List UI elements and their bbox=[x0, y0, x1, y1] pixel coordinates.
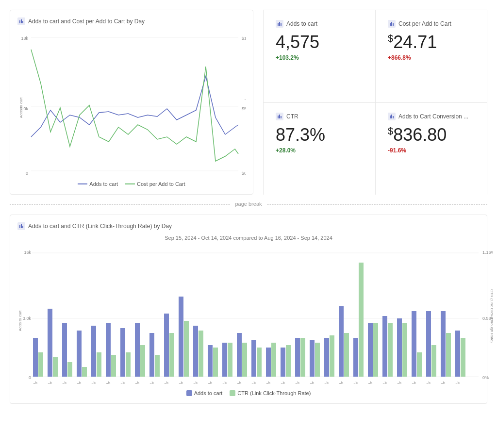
svg-rect-75 bbox=[251, 340, 256, 377]
svg-rect-93 bbox=[382, 316, 387, 377]
svg-text:Oct 4, 2024: Oct 4, 2024 bbox=[167, 381, 184, 384]
bar-chart-container: 16k 3.0k 0 1.16% 0.58% 0% Adds to cart C… bbox=[17, 248, 480, 385]
legend-box-green bbox=[230, 390, 235, 396]
svg-rect-49 bbox=[62, 323, 67, 377]
svg-rect-32 bbox=[21, 224, 22, 228]
metric-cost-label: Cost per Add to Cart bbox=[398, 20, 451, 27]
svg-rect-95 bbox=[397, 318, 402, 377]
svg-text:Oct 14, 2024: Oct 14, 2024 bbox=[20, 381, 39, 384]
legend-box-blue bbox=[186, 390, 192, 396]
svg-rect-67 bbox=[193, 326, 198, 377]
svg-text:Oct 6, 2024: Oct 6, 2024 bbox=[138, 381, 155, 384]
svg-rect-66 bbox=[184, 321, 189, 377]
svg-rect-54 bbox=[97, 352, 101, 377]
svg-text:Oct 5, 2024: Oct 5, 2024 bbox=[152, 381, 170, 384]
metric-ctr: CTR 87.3% +28.0% bbox=[263, 102, 375, 195]
metric-ctr-icon bbox=[276, 113, 283, 120]
svg-rect-21 bbox=[281, 23, 282, 26]
line-chart-container: 18k 9.0k 0 $10 $5.0 $0.0 bbox=[17, 30, 246, 177]
bottom-legend-ctr: CTR (Link Click-Through Rate) bbox=[230, 390, 311, 396]
svg-rect-84 bbox=[315, 343, 320, 377]
svg-text:16k: 16k bbox=[24, 250, 31, 255]
svg-text:$0.0: $0.0 bbox=[242, 171, 246, 176]
svg-rect-102 bbox=[446, 333, 451, 377]
svg-rect-47 bbox=[48, 309, 52, 377]
chart-icon bbox=[17, 17, 25, 25]
svg-text:18k: 18k bbox=[21, 36, 28, 41]
svg-text:CTR (Link Click-Through Rate): CTR (Link Click-Through Rate) bbox=[490, 289, 493, 343]
svg-rect-97 bbox=[412, 311, 416, 377]
svg-rect-52 bbox=[82, 367, 87, 377]
svg-rect-57 bbox=[120, 328, 125, 377]
bottom-chart-panel: Adds to cart and CTR (Link Click-Through… bbox=[10, 215, 487, 404]
svg-rect-51 bbox=[77, 331, 82, 377]
metric-adds-value: 4,575 bbox=[276, 32, 363, 52]
svg-rect-72 bbox=[228, 343, 232, 377]
metric-ctr-value: 87.3% bbox=[276, 124, 363, 145]
svg-rect-103 bbox=[455, 331, 460, 377]
metric-adds-to-cart: Adds to cart 4,575 +103.2% bbox=[263, 10, 375, 102]
metric-cost-header: Cost per Add to Cart bbox=[388, 20, 475, 28]
svg-rect-68 bbox=[199, 331, 203, 377]
svg-text:0%: 0% bbox=[482, 375, 489, 380]
svg-rect-78 bbox=[271, 343, 276, 377]
svg-rect-81 bbox=[295, 338, 300, 377]
svg-rect-71 bbox=[222, 343, 227, 377]
bar-chart-svg: 16k 3.0k 0 1.16% 0.58% 0% Adds to cart C… bbox=[17, 248, 493, 384]
metric-cost-icon bbox=[388, 20, 396, 28]
svg-rect-62 bbox=[155, 355, 160, 377]
line-chart-legend: Adds to cart Cost per Add to Cart bbox=[17, 181, 246, 187]
svg-rect-0 bbox=[19, 20, 20, 23]
svg-text:0: 0 bbox=[26, 171, 28, 176]
svg-rect-96 bbox=[402, 323, 407, 377]
metric-conversion-header: Adds to Cart Conversion ... bbox=[388, 113, 475, 120]
svg-rect-60 bbox=[140, 345, 145, 377]
svg-text:Adds to cart: Adds to cart bbox=[18, 310, 22, 331]
metric-adds-change: +103.2% bbox=[276, 54, 363, 61]
svg-rect-1 bbox=[21, 19, 22, 23]
svg-rect-30 bbox=[393, 116, 394, 118]
metric-conversion-change: -91.6% bbox=[388, 147, 475, 154]
svg-rect-22 bbox=[390, 23, 391, 26]
svg-rect-25 bbox=[278, 116, 279, 118]
svg-rect-94 bbox=[388, 323, 393, 377]
bottom-legend-adds: Adds to cart bbox=[186, 390, 223, 396]
metric-cost-currency: $ bbox=[388, 33, 393, 44]
svg-rect-101 bbox=[441, 311, 446, 377]
svg-rect-64 bbox=[169, 333, 174, 377]
svg-rect-74 bbox=[242, 343, 247, 377]
svg-rect-91 bbox=[368, 323, 373, 377]
svg-rect-45 bbox=[33, 338, 38, 377]
bottom-chart-icon bbox=[17, 222, 25, 230]
svg-rect-85 bbox=[324, 338, 329, 377]
bottom-chart-subtitle: Sep 15, 2024 - Oct 14, 2024 compared to … bbox=[17, 235, 480, 241]
svg-rect-65 bbox=[179, 297, 183, 377]
line-chart-svg: 18k 9.0k 0 $10 $5.0 $0.0 bbox=[17, 30, 246, 176]
metric-cost-value: $24.71 bbox=[388, 32, 475, 52]
svg-rect-82 bbox=[300, 338, 305, 377]
svg-rect-70 bbox=[213, 348, 218, 377]
svg-rect-26 bbox=[279, 115, 280, 118]
metric-conversion-currency: $ bbox=[388, 126, 393, 136]
svg-text:Oct 7, 2024: Oct 7, 2024 bbox=[123, 381, 141, 384]
svg-rect-88 bbox=[344, 333, 349, 377]
svg-rect-28 bbox=[390, 116, 391, 118]
svg-rect-83 bbox=[310, 340, 315, 377]
svg-rect-24 bbox=[393, 23, 394, 26]
svg-rect-92 bbox=[373, 323, 378, 377]
svg-rect-27 bbox=[281, 116, 282, 118]
svg-rect-33 bbox=[22, 226, 23, 228]
svg-text:Oct 2, 2024: Oct 2, 2024 bbox=[196, 381, 214, 384]
metric-conversion-label: Adds to Cart Conversion ... bbox=[398, 113, 468, 120]
legend-line-blue bbox=[78, 183, 87, 184]
svg-rect-59 bbox=[135, 323, 140, 377]
svg-rect-73 bbox=[237, 333, 242, 377]
legend-adds-to-cart: Adds to cart bbox=[78, 181, 118, 187]
svg-rect-98 bbox=[417, 352, 422, 377]
metrics-panel: Adds to cart 4,575 +103.2% Cost per Add … bbox=[263, 10, 487, 195]
top-section: Adds to cart and Cost per Add to Cart by… bbox=[10, 10, 487, 195]
metric-ctr-label: CTR bbox=[286, 113, 298, 120]
svg-rect-19 bbox=[278, 23, 279, 26]
svg-rect-20 bbox=[279, 22, 280, 26]
metric-conversion-value: $836.80 bbox=[388, 124, 475, 145]
